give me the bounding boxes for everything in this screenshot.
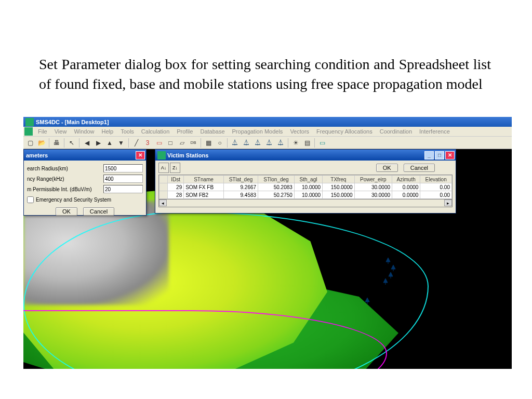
cell[interactable]: 28 xyxy=(168,191,184,199)
polygon-icon[interactable]: ▱ xyxy=(177,138,187,148)
emergency-checkbox[interactable] xyxy=(27,196,34,203)
line-icon[interactable]: ╱ xyxy=(131,138,141,148)
menu-coordination[interactable]: Coordination xyxy=(376,128,416,135)
cell[interactable]: 50.2750 xyxy=(258,191,295,199)
menu-calculation[interactable]: Calculation xyxy=(138,128,173,135)
column-header[interactable] xyxy=(159,176,168,183)
menu-profile[interactable]: Profile xyxy=(173,128,196,135)
cell[interactable]: 29 xyxy=(168,183,184,191)
sort-asc-button[interactable]: A↓ xyxy=(158,163,169,173)
column-header[interactable]: Sth_agl xyxy=(294,176,322,183)
horizontal-scrollbar[interactable]: ◂ ▸ xyxy=(158,200,453,207)
slide-description: Set Parameter dialog box for setting sea… xyxy=(39,55,491,94)
up-icon[interactable]: ▲ xyxy=(104,138,115,148)
victim-ok-button[interactable]: OK xyxy=(376,164,398,172)
station-marker-icon[interactable] xyxy=(364,297,371,305)
cell[interactable]: 50.2083 xyxy=(258,183,295,191)
separator-icon xyxy=(49,138,49,148)
column-header[interactable]: Power_eirp xyxy=(354,176,392,183)
cell[interactable]: 150.0000 xyxy=(323,191,354,199)
menu-view[interactable]: View xyxy=(51,128,71,135)
victim-cancel-button[interactable]: Cancel xyxy=(404,164,435,172)
new-icon[interactable]: ▢ xyxy=(25,138,35,148)
freq-range-label: ncy Range(kHz) xyxy=(27,176,103,182)
menu-help[interactable]: Help xyxy=(98,128,117,135)
victim-grid[interactable]: IDstSTnameSTlat_degSTlon_degSth_aglTXfre… xyxy=(158,175,453,200)
parameters-titlebar[interactable]: ameters ✕ xyxy=(24,150,146,161)
cell[interactable]: 30.0000 xyxy=(354,191,392,199)
victim-stations-dialog: Victim Stations _ □ ✕ A↓ Z↓ OK Cancel ID… xyxy=(155,149,456,214)
back-icon[interactable]: ◀ xyxy=(82,138,92,148)
scroll-right-icon[interactable]: ▸ xyxy=(444,200,452,206)
column-header[interactable]: STlat_deg xyxy=(223,176,258,183)
cell[interactable] xyxy=(159,183,168,191)
sun-icon[interactable]: ☀ xyxy=(290,138,301,148)
menu-freq-alloc[interactable]: Frequency Allocations xyxy=(313,128,376,135)
cell[interactable]: 0.00 xyxy=(420,191,452,199)
table-row[interactable]: 28SOM FB29.458350.275010.0000150.000030.… xyxy=(159,191,452,199)
db-icon[interactable]: DB xyxy=(188,138,198,148)
pointer-icon[interactable]: ↖ xyxy=(66,138,77,148)
cell[interactable]: 10.0000 xyxy=(294,183,322,191)
maximize-icon[interactable]: □ xyxy=(435,151,444,159)
station-marker-icon[interactable] xyxy=(382,278,389,286)
antenna2-icon[interactable]: ⏃ xyxy=(241,138,251,148)
column-header[interactable]: Azimuth xyxy=(392,176,420,183)
cell[interactable]: SOM FX FB xyxy=(184,183,224,191)
antenna4-icon[interactable]: ⏃ xyxy=(264,138,274,148)
perm-int-input[interactable] xyxy=(103,185,143,193)
cell[interactable]: 0.0000 xyxy=(392,191,420,199)
search-radius-input[interactable] xyxy=(103,164,143,172)
open-icon[interactable]: 📂 xyxy=(36,138,47,148)
cell[interactable]: SOM FB2 xyxy=(184,191,224,199)
down-icon[interactable]: ▼ xyxy=(116,138,126,148)
rect-icon[interactable]: ▭ xyxy=(154,138,164,148)
measure-icon[interactable]: 3 xyxy=(142,138,153,148)
separator-icon xyxy=(64,138,64,148)
column-header[interactable]: STlon_deg xyxy=(258,176,295,183)
cell[interactable]: 9.4583 xyxy=(223,191,258,199)
column-header[interactable]: STname xyxy=(184,176,224,183)
menu-window[interactable]: Window xyxy=(70,128,98,135)
forward-icon[interactable]: ▶ xyxy=(93,138,103,148)
palette-icon[interactable]: ▦ xyxy=(203,138,214,148)
menu-tools[interactable]: Tools xyxy=(117,128,138,135)
params-ok-button[interactable]: OK xyxy=(56,207,77,216)
layers-icon[interactable]: ▤ xyxy=(302,138,312,148)
column-header[interactable]: TXfreq xyxy=(323,176,354,183)
screen-icon[interactable]: ▭ xyxy=(317,138,327,148)
cell[interactable]: 10.0000 xyxy=(294,191,322,199)
table-row[interactable]: 29SOM FX FB9.266750.208310.0000150.00003… xyxy=(159,183,452,191)
perm-int-label: m Permissible Int. (dBuV/m) xyxy=(27,187,103,192)
dialog-logo-icon xyxy=(157,151,166,159)
minimize-icon[interactable]: _ xyxy=(424,151,434,159)
menu-database[interactable]: Database xyxy=(196,128,228,135)
search-radius-label: earch Radius(km) xyxy=(27,166,103,171)
menu-propagation[interactable]: Propagation Models xyxy=(229,128,287,135)
menu-file[interactable]: File xyxy=(34,128,51,135)
menu-interference[interactable]: Interference xyxy=(416,128,454,135)
parameters-title: ameters xyxy=(26,152,135,158)
params-cancel-button[interactable]: Cancel xyxy=(83,207,114,216)
cell[interactable]: 30.0000 xyxy=(354,183,392,191)
menu-vectors[interactable]: Vectors xyxy=(286,128,313,135)
close-icon[interactable]: ✕ xyxy=(136,151,145,159)
cell[interactable]: 0.00 xyxy=(420,183,452,191)
antenna5-icon[interactable]: ⏃ xyxy=(275,138,286,148)
freq-range-input[interactable] xyxy=(103,175,143,183)
cell[interactable]: 0.0000 xyxy=(392,183,420,191)
select-icon[interactable]: □ xyxy=(165,138,176,148)
close-icon[interactable]: ✕ xyxy=(445,151,455,159)
scroll-left-icon[interactable]: ◂ xyxy=(159,200,167,206)
antenna3-icon[interactable]: ⏃ xyxy=(252,138,263,148)
sort-desc-button[interactable]: Z↓ xyxy=(170,163,180,173)
column-header[interactable]: Elevation xyxy=(420,176,452,183)
circle-icon[interactable]: ○ xyxy=(215,138,225,148)
print-icon[interactable]: 🖶 xyxy=(51,138,62,148)
victim-titlebar[interactable]: Victim Stations _ □ ✕ xyxy=(155,150,456,161)
cell[interactable]: 150.0000 xyxy=(323,183,354,191)
cell[interactable]: 9.2667 xyxy=(223,183,258,191)
antenna1-icon[interactable]: ⏃ xyxy=(230,138,240,148)
cell[interactable] xyxy=(159,191,168,199)
column-header[interactable]: IDst xyxy=(168,176,184,183)
